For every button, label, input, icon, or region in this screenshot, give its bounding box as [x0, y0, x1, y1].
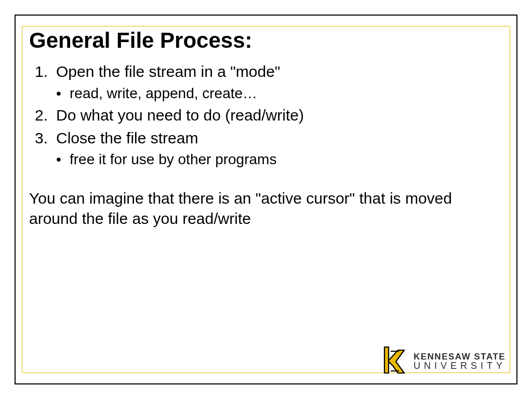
- sub-list: • free it for use by other programs: [56, 149, 503, 170]
- list-number: 1.: [29, 60, 56, 83]
- bullet-icon: •: [56, 83, 70, 104]
- bullet-icon: •: [56, 149, 70, 170]
- main-list: 1. Open the file stream in a "mode" • re…: [29, 60, 503, 170]
- university-logo: KENNESAW STATE UNIVERSITY: [381, 346, 506, 376]
- logo-text: KENNESAW STATE UNIVERSITY: [414, 352, 506, 370]
- list-number: 2.: [29, 104, 56, 127]
- logo-mark-icon: [381, 346, 407, 376]
- list-text: Open the file stream in a "mode": [56, 60, 503, 83]
- list-text: Close the file stream: [56, 127, 503, 150]
- sub-list-text: read, write, append, create…: [70, 83, 257, 104]
- sub-list-text: free it for use by other programs: [70, 149, 276, 170]
- logo-line2: UNIVERSITY: [414, 361, 506, 370]
- list-number: 3.: [29, 127, 56, 150]
- list-item: 3. Close the file stream • free it for u…: [29, 127, 503, 170]
- slide-paragraph: You can imagine that there is an "active…: [29, 188, 503, 229]
- list-item: 2. Do what you need to do (read/write): [29, 104, 503, 127]
- logo-line1: KENNESAW STATE: [414, 352, 506, 361]
- slide-title: General File Process:: [29, 28, 503, 53]
- slide-content: General File Process: 1. Open the file s…: [29, 28, 503, 371]
- list-text: Do what you need to do (read/write): [56, 104, 503, 127]
- sub-list: • read, write, append, create…: [56, 83, 503, 104]
- sub-list-item: • free it for use by other programs: [56, 149, 503, 170]
- sub-list-item: • read, write, append, create…: [56, 83, 503, 104]
- list-item: 1. Open the file stream in a "mode" • re…: [29, 60, 503, 104]
